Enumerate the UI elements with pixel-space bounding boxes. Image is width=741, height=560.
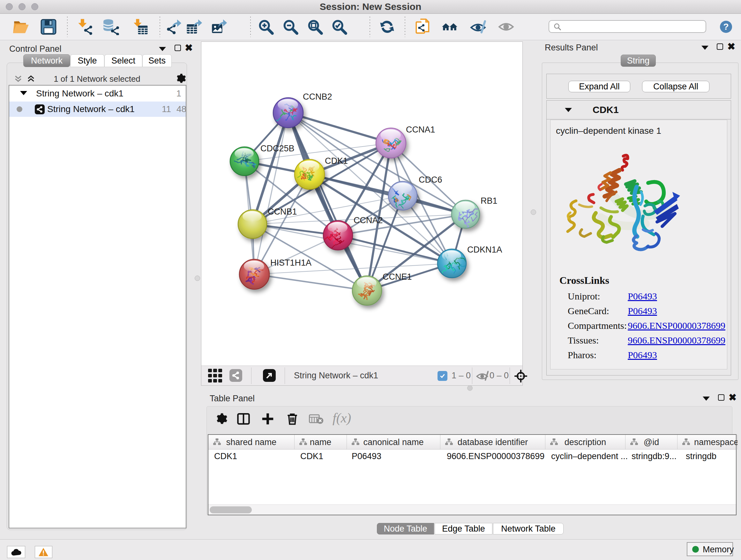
svg-text:RB1: RB1: [481, 196, 497, 206]
svg-text:HIST1H1A: HIST1H1A: [270, 258, 312, 267]
svg-text:CCNE1: CCNE1: [383, 272, 412, 282]
svg-text:CCNB2: CCNB2: [303, 92, 332, 102]
svg-text:CDKN1A: CDKN1A: [467, 245, 502, 254]
svg-text:CCNB1: CCNB1: [268, 207, 297, 216]
svg-text:CCNA2: CCNA2: [354, 215, 383, 225]
svg-text:CDC25B: CDC25B: [260, 144, 294, 153]
svg-text:CDK1: CDK1: [325, 156, 348, 166]
svg-text:CCNA1: CCNA1: [406, 125, 435, 134]
svg-text:CDC6: CDC6: [419, 175, 442, 185]
